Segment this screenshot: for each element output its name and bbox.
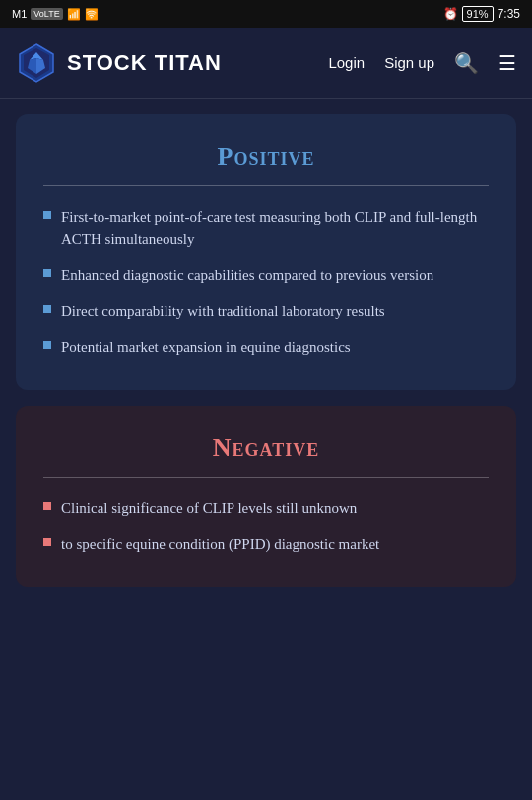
volte-badge: VoLTE bbox=[31, 8, 62, 20]
positive-bullet-3: Direct comparability with traditional la… bbox=[61, 300, 489, 323]
search-icon[interactable]: 🔍 bbox=[454, 51, 479, 75]
positive-bullet-4: Potential market expansion in equine dia… bbox=[61, 336, 489, 359]
negative-card-title: Negative bbox=[43, 433, 489, 463]
negative-card: Negative Clinical significance of CLIP l… bbox=[16, 406, 516, 587]
negative-bullet-2: to specific equine condition (PPID) diag… bbox=[61, 533, 489, 556]
negative-bullet-1: Clinical significance of CLIP levels sti… bbox=[61, 498, 489, 520]
carrier-label: M1 bbox=[12, 8, 27, 20]
list-item: Direct comparability with traditional la… bbox=[43, 300, 489, 323]
negative-bullet-list: Clinical significance of CLIP levels sti… bbox=[43, 498, 489, 556]
positive-bullet-list: First-to-market point-of-care test measu… bbox=[43, 206, 489, 359]
status-bar: M1 VoLTE 📶 🛜 ⏰ 91% 7:35 bbox=[0, 0, 532, 28]
bullet-marker-icon bbox=[43, 211, 51, 219]
wifi-icon: 🛜 bbox=[85, 8, 99, 21]
status-left: M1 VoLTE 📶 🛜 bbox=[12, 8, 99, 21]
list-item: Clinical significance of CLIP levels sti… bbox=[43, 498, 489, 520]
positive-divider bbox=[43, 185, 489, 186]
list-item: to specific equine condition (PPID) diag… bbox=[43, 533, 489, 556]
brand: STOCK TITAN bbox=[16, 42, 222, 84]
alarm-icon: ⏰ bbox=[443, 7, 458, 21]
negative-divider bbox=[43, 477, 489, 478]
bullet-marker-neg-icon bbox=[43, 538, 51, 546]
signal-bars: 📶 bbox=[67, 8, 81, 21]
list-item: Enhanced diagnostic capabilities compare… bbox=[43, 264, 489, 287]
bullet-marker-icon bbox=[43, 341, 51, 349]
positive-bullet-1: First-to-market point-of-care test measu… bbox=[61, 206, 489, 250]
positive-bullet-2: Enhanced diagnostic capabilities compare… bbox=[61, 264, 489, 287]
positive-card: Positive First-to-market point-of-care t… bbox=[16, 114, 516, 390]
brand-name: STOCK TITAN bbox=[67, 50, 222, 76]
battery-indicator: 91% bbox=[462, 6, 494, 22]
menu-icon[interactable]: ☰ bbox=[499, 51, 516, 75]
navbar: STOCK TITAN Login Sign up 🔍 ☰ bbox=[0, 28, 532, 99]
positive-card-title: Positive bbox=[43, 142, 489, 171]
login-link[interactable]: Login bbox=[328, 54, 365, 71]
bullet-marker-icon bbox=[43, 305, 51, 313]
clock: 7:35 bbox=[498, 7, 520, 21]
navbar-links: Login Sign up 🔍 ☰ bbox=[328, 51, 516, 75]
signup-link[interactable]: Sign up bbox=[384, 54, 434, 71]
bullet-marker-icon bbox=[43, 269, 51, 277]
content-area: Positive First-to-market point-of-care t… bbox=[0, 99, 532, 603]
bullet-marker-neg-icon bbox=[43, 502, 51, 510]
brand-logo-icon bbox=[16, 42, 57, 84]
list-item: Potential market expansion in equine dia… bbox=[43, 336, 489, 359]
status-right: ⏰ 91% 7:35 bbox=[443, 6, 520, 22]
list-item: First-to-market point-of-care test measu… bbox=[43, 206, 489, 250]
